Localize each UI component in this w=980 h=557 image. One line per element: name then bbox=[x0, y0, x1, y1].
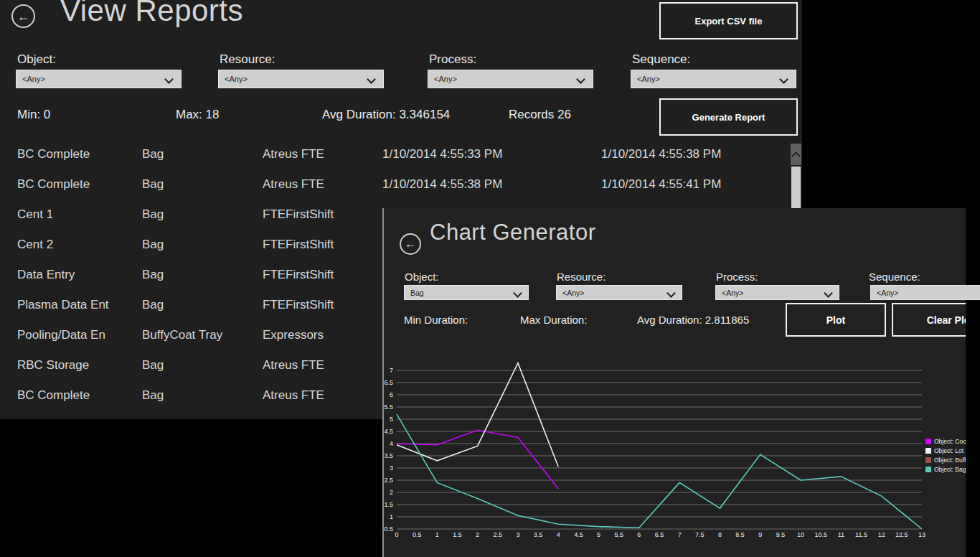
table-row[interactable]: BC CompleteBagAtreus FTE1/10/2014 4:55:3… bbox=[0, 177, 789, 196]
table-cell: Bag bbox=[142, 177, 260, 192]
table-cell: Expressors bbox=[263, 328, 380, 342]
table-cell: 1/10/2014 4:55:33 PM bbox=[382, 147, 598, 162]
table-cell: Bag bbox=[142, 298, 260, 312]
x-tick-label: 1.5 bbox=[453, 531, 462, 538]
series-line-object-lot bbox=[397, 363, 558, 467]
y-tick-label: 2.5 bbox=[384, 477, 393, 484]
y-tick-label: 0.5 bbox=[384, 525, 393, 533]
avg-duration-stat: Avg Duration: 3.346154 bbox=[322, 108, 450, 122]
chart-plot: 0.511.522.533.544.555.566.5700.511.522.5… bbox=[382, 350, 966, 557]
dropdown-value: <Any> bbox=[877, 289, 898, 297]
chevron-down-icon bbox=[367, 75, 376, 84]
page-title: Chart Generator bbox=[430, 220, 596, 245]
legend-item: Object: Lot bbox=[925, 446, 966, 455]
x-tick-label: 8 bbox=[718, 531, 722, 538]
x-tick-label: 5.5 bbox=[614, 531, 623, 538]
object-dropdown[interactable]: <Any> bbox=[16, 70, 182, 88]
x-tick-label: 0 bbox=[395, 531, 398, 538]
clear-plot-button[interactable]: Clear Plot bbox=[892, 303, 966, 337]
chevron-down-icon bbox=[576, 75, 585, 84]
object-dropdown[interactable]: Bag bbox=[404, 285, 529, 300]
x-tick-label: 11 bbox=[838, 531, 844, 538]
filter-label-process: Process: bbox=[716, 271, 758, 283]
x-tick-label: 6 bbox=[637, 531, 641, 538]
table-cell: Data Entry bbox=[17, 268, 139, 282]
filter-label-resource: Resource: bbox=[220, 52, 275, 67]
legend-swatch bbox=[925, 439, 931, 444]
table-cell: 1/10/2014 4:55:41 PM bbox=[601, 177, 789, 192]
filter-label-sequence: Sequence: bbox=[632, 52, 690, 67]
y-tick-label: 5.5 bbox=[384, 403, 393, 411]
filter-label-sequence: Sequence: bbox=[869, 271, 920, 283]
table-cell: Bag bbox=[142, 238, 260, 252]
chevron-down-icon bbox=[164, 75, 174, 84]
table-cell: Bag bbox=[142, 268, 260, 282]
x-tick-label: 7 bbox=[678, 531, 682, 538]
legend-item: Object: Bag bbox=[925, 464, 966, 474]
back-button[interactable]: ← bbox=[400, 233, 421, 255]
legend-label: Object: Coole bbox=[934, 438, 966, 445]
chevron-up-icon bbox=[791, 151, 801, 161]
sequence-dropdown[interactable]: <Any> bbox=[870, 285, 980, 300]
table-cell: Atreus FTE bbox=[263, 388, 380, 403]
page-title: View Reports bbox=[60, 0, 243, 28]
table-cell: BuffyCoat Tray bbox=[142, 328, 260, 342]
x-tick-label: 7.5 bbox=[695, 531, 705, 538]
sequence-dropdown[interactable]: <Any> bbox=[631, 70, 796, 88]
process-dropdown[interactable]: <Any> bbox=[428, 70, 593, 88]
y-tick-label: 2 bbox=[390, 489, 393, 496]
y-tick-label: 6 bbox=[390, 391, 393, 398]
dropdown-value: <Any> bbox=[562, 289, 584, 297]
x-tick-label: 11.5 bbox=[855, 531, 867, 538]
x-tick-label: 9.5 bbox=[776, 531, 786, 538]
filter-label-process: Process: bbox=[429, 52, 476, 67]
x-tick-label: 4 bbox=[557, 531, 560, 538]
y-tick-label: 3.5 bbox=[384, 452, 393, 459]
table-cell: FTEFirstShift bbox=[263, 238, 380, 252]
table-cell: Cent 2 bbox=[17, 238, 139, 252]
x-tick-label: 4.5 bbox=[574, 531, 583, 538]
y-tick-label: 3 bbox=[390, 464, 393, 472]
filter-label-object: Object: bbox=[405, 271, 439, 283]
x-tick-label: 1 bbox=[435, 531, 439, 538]
table-cell: Bag bbox=[142, 388, 260, 403]
y-tick-label: 7 bbox=[390, 367, 393, 374]
table-cell: Bag bbox=[142, 358, 260, 373]
legend-label: Object: Bag bbox=[934, 466, 966, 473]
min-stat: Min: 0 bbox=[17, 108, 50, 122]
table-cell: Plasma Data Ent bbox=[17, 298, 139, 312]
chevron-down-icon bbox=[824, 289, 833, 298]
max-stat: Max: 18 bbox=[176, 108, 219, 122]
table-cell: FTEFirstShift bbox=[263, 268, 380, 282]
x-tick-label: 0.5 bbox=[413, 531, 422, 538]
x-tick-label: 3.5 bbox=[534, 531, 543, 538]
dropdown-value: <Any> bbox=[225, 75, 248, 83]
legend-item: Object: BuffyC bbox=[925, 455, 966, 464]
resource-dropdown[interactable]: <Any> bbox=[218, 70, 384, 88]
x-tick-label: 6.5 bbox=[655, 531, 664, 538]
table-cell: 1/10/2014 4:55:38 PM bbox=[382, 177, 598, 192]
table-cell: Cent 1 bbox=[17, 207, 139, 222]
process-dropdown[interactable]: <Any> bbox=[715, 285, 839, 300]
back-button[interactable]: ← bbox=[11, 4, 35, 28]
dropdown-value: <Any> bbox=[637, 75, 660, 83]
export-csv-button[interactable]: Export CSV file bbox=[659, 2, 798, 39]
x-tick-label: 2.5 bbox=[494, 531, 503, 538]
table-cell: Bag bbox=[142, 207, 260, 222]
table-cell: BC Complete bbox=[17, 147, 139, 162]
resource-dropdown[interactable]: <Any> bbox=[556, 285, 682, 300]
table-cell: Bag bbox=[142, 147, 260, 162]
min-duration-stat: Min Duration: bbox=[404, 314, 468, 326]
x-tick-label: 9 bbox=[758, 531, 762, 538]
table-cell: Pooling/Data En bbox=[17, 328, 139, 342]
x-tick-label: 3 bbox=[516, 531, 519, 538]
back-arrow-icon: ← bbox=[17, 10, 30, 23]
table-cell: Atreus FTE bbox=[263, 147, 380, 162]
table-row[interactable]: BC CompleteBagAtreus FTE1/10/2014 4:55:3… bbox=[0, 147, 789, 166]
generate-report-button[interactable]: Generate Report bbox=[659, 98, 798, 136]
table-cell: FTEFirstShift bbox=[263, 298, 380, 312]
scroll-up-button[interactable] bbox=[791, 144, 801, 165]
plot-button[interactable]: Plot bbox=[786, 303, 886, 337]
chevron-down-icon bbox=[666, 289, 676, 298]
chevron-down-icon bbox=[513, 289, 522, 298]
